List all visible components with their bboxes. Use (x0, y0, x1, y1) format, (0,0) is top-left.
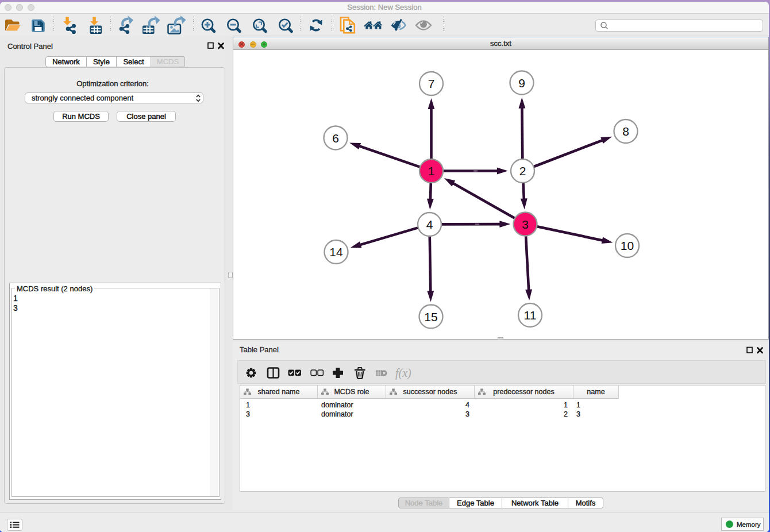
svg-text:11: 11 (524, 309, 537, 322)
svg-text:1: 1 (428, 164, 435, 178)
svg-text:9: 9 (518, 76, 525, 90)
svg-text:14: 14 (329, 245, 343, 259)
svg-text:4: 4 (426, 218, 433, 231)
svg-text:8: 8 (622, 125, 629, 138)
svg-text:15: 15 (424, 310, 437, 323)
svg-text:2: 2 (519, 164, 526, 178)
svg-text:6: 6 (332, 132, 339, 145)
svg-text:f(x): f(x) (395, 367, 411, 380)
svg-text:10: 10 (621, 239, 634, 252)
svg-text:3: 3 (522, 218, 529, 231)
svg-text:7: 7 (428, 77, 435, 90)
